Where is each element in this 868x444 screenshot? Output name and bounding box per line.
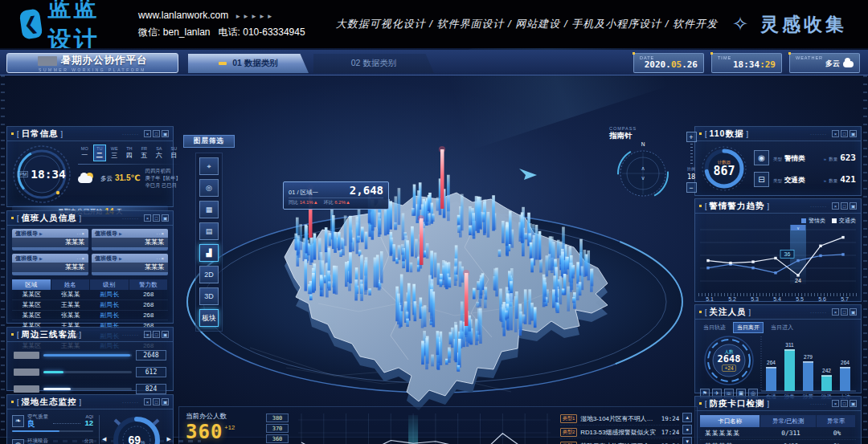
website-link[interactable]: www.lanlanwork.com (138, 10, 228, 21)
table-row[interactable]: 某某区王某某副局长268 (12, 300, 168, 311)
focus-tab[interactable]: 当日离开 (733, 322, 764, 333)
close-icon[interactable]: × (832, 202, 839, 210)
censored-label (14, 385, 39, 393)
alert-tag: 类型1 (560, 414, 577, 423)
alert-item[interactable]: 类型4某路口有小汽车连闯三个红灯13:24 (560, 439, 679, 444)
expand-icon[interactable]: ▣ (162, 398, 169, 405)
tool-2d[interactable]: 2D (199, 266, 219, 283)
close-icon[interactable]: × (144, 214, 151, 222)
table-row[interactable]: 某某某某某0/3110% (700, 428, 856, 440)
weekday-cell[interactable]: WE三 (108, 145, 121, 161)
weekday-cell[interactable]: TU二 (93, 145, 107, 161)
close-icon[interactable]: × (832, 130, 839, 137)
zoom-out-button[interactable]: − (686, 182, 697, 193)
close-icon[interactable]: ··× (157, 231, 166, 236)
weekday-cell[interactable]: MO一 (78, 145, 92, 161)
building-icon[interactable]: ▤ (199, 222, 219, 240)
collapse-icon[interactable]: □ (841, 308, 848, 316)
weather-box: WEATHER 多云 (789, 53, 860, 73)
trend-line-chart[interactable]: ∨3624 (698, 223, 859, 289)
close-icon[interactable]: × (144, 331, 151, 338)
alert-item[interactable]: 类型2RD13-53烟感报警疑似火灾17:24 (560, 426, 679, 439)
close-icon[interactable]: × (144, 130, 151, 137)
flow-value: 612 (136, 367, 166, 377)
scroll-up-icon[interactable]: ▲ (682, 413, 692, 422)
duty-card[interactable]: 值班领导▶··×某某某 (12, 254, 88, 275)
table-row[interactable]: 某某某某0/890% (700, 441, 856, 444)
focus-tab[interactable]: 当日轨迹 (700, 323, 729, 332)
weekday-cell[interactable]: SA六 (153, 145, 166, 161)
compass-down-arrow[interactable]: ∨ (614, 175, 672, 181)
collapse-icon[interactable]: □ (841, 130, 848, 137)
office-line-chart[interactable] (295, 412, 554, 444)
panel-title: 值班人员信息 (22, 213, 77, 224)
weekday-cell[interactable]: TH四 (123, 145, 137, 161)
legend-item[interactable]: 交通类 (832, 217, 856, 225)
expand-icon[interactable]: ▣ (850, 400, 857, 407)
close-icon[interactable]: × (832, 308, 839, 316)
duty-card[interactable]: 值班领导▶··×某某某 (12, 229, 88, 251)
gauge-prev-arrow[interactable]: ◀ (102, 436, 106, 442)
lunar-calendar: 闰四月初四庚子年【鼠年】辛巳月 己巳日 (145, 167, 181, 189)
tool-block[interactable]: 板块 (199, 309, 219, 327)
collapse-icon[interactable]: □ (841, 400, 848, 407)
duty-card-label: 值班领导 (15, 255, 38, 263)
expand-icon[interactable]: ▣ (162, 130, 169, 137)
expand-icon[interactable]: ▣ (162, 331, 169, 338)
close-icon[interactable]: × (832, 400, 839, 407)
tab-data-category[interactable]: 01 数据类别 (188, 54, 309, 73)
alert-item[interactable]: 类型1湿地3-104片区有不明人员闯入19:24 (560, 412, 679, 426)
legend-label: 交通类 (839, 217, 856, 225)
tick-label: 5.5 (788, 296, 811, 302)
alert-time: 17:24 (661, 429, 680, 436)
radar-icon[interactable]: ◎ (199, 179, 219, 197)
focus-bar-chart[interactable]: 264在逃311涉毒279涉黄242涉恐264上访 (760, 333, 858, 402)
stat-item-traffic[interactable]: ⊟ 类型交通类»数量421 (754, 172, 856, 187)
weekday-cell[interactable]: FR五 (137, 145, 151, 161)
focus-tab[interactable]: 当日进入 (768, 323, 796, 332)
legend-item[interactable]: 警情类 (801, 217, 825, 225)
weekday-cell[interactable]: SU日 (167, 145, 181, 161)
stat-item-alarm[interactable]: ◉ 类型警情类»数量623 (754, 150, 856, 165)
time-box: TIME 18:3429 (711, 53, 782, 73)
gauge-next-arrow[interactable]: ▶ (167, 436, 171, 442)
y-axis-label: 380 (266, 413, 289, 422)
map-tooltip[interactable]: 01 / 区域一 2,648 同比 14.1%▲ 环比 6.2%▲ (283, 181, 389, 210)
compass-dial[interactable] (614, 143, 672, 201)
svg-text:24: 24 (795, 278, 801, 283)
expand-icon[interactable]: ▣ (850, 308, 857, 316)
plane-icon (519, 169, 537, 180)
expand-icon[interactable]: ▣ (162, 214, 169, 222)
duty-card[interactable]: 值班领导▶··×某某某 (92, 229, 168, 251)
chart-icon[interactable]: ▟ (199, 244, 219, 262)
expand-icon[interactable]: ▣ (850, 202, 857, 210)
location-icon[interactable]: ⌖ (199, 157, 219, 175)
scroll-down-icon[interactable]: ▼ (682, 437, 692, 444)
alert-tag: 类型2 (560, 428, 577, 437)
scroll-dot-icon[interactable]: ● (682, 425, 692, 434)
table-row[interactable]: 某某区张某某副局长268 (12, 311, 168, 321)
close-icon[interactable]: ··× (77, 231, 86, 236)
expand-icon[interactable]: ▣ (850, 130, 857, 137)
flow-value: 2648 (136, 350, 166, 360)
table-row[interactable]: 某某区张某某副局长268 (12, 290, 168, 300)
phone-number: 010-63334945 (243, 26, 305, 38)
collapse-icon[interactable]: □ (841, 202, 848, 210)
close-icon[interactable]: ··× (157, 256, 166, 261)
collapse-icon[interactable]: □ (153, 398, 160, 405)
tool-3d[interactable]: 3D (199, 287, 219, 305)
close-icon[interactable]: ··× (77, 256, 86, 261)
zoom-ticks[interactable] (690, 144, 693, 165)
grid-icon[interactable]: ▦ (199, 201, 219, 218)
duty-card[interactable]: 值班领导▶··×某某某 (92, 254, 168, 275)
collapse-icon[interactable]: □ (153, 130, 160, 137)
compass-up-arrow[interactable]: ∧ (614, 165, 672, 171)
close-icon[interactable]: × (144, 398, 151, 405)
tick-label: 5.1 (698, 296, 721, 302)
tab-data-category[interactable]: 02 数据类别 (313, 54, 434, 73)
collapse-icon[interactable]: □ (153, 214, 160, 222)
wechat-label: 微信: (138, 26, 160, 38)
zoom-in-button[interactable]: + (686, 132, 697, 142)
collapse-icon[interactable]: □ (153, 331, 160, 338)
checkpoint-table-body: 某某某某某0/3110%某某某某0/890%某某某某某0/890%某某某某某2/… (695, 428, 861, 444)
